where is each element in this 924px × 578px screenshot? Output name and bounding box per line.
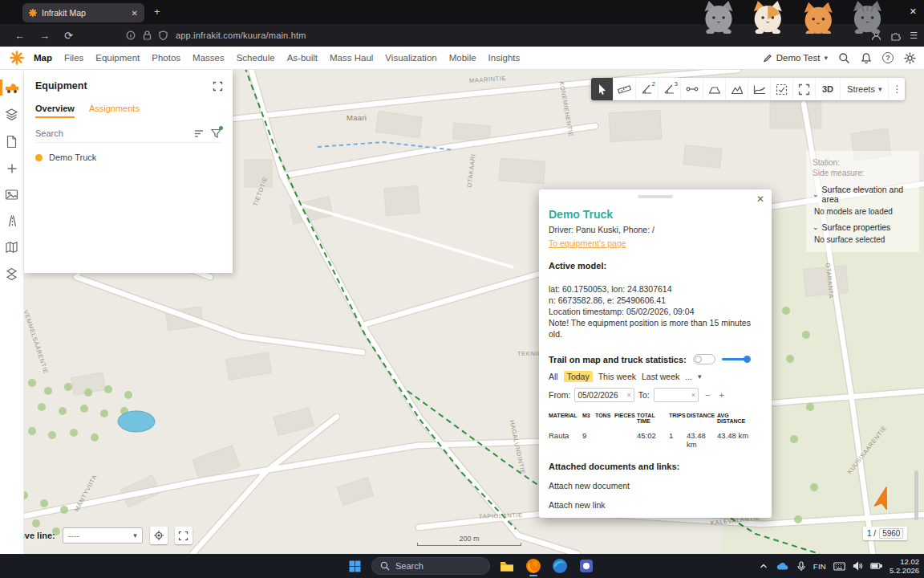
3d-view-button[interactable]: 3D — [816, 78, 841, 100]
attach-new-link-button[interactable]: Attach new link — [549, 500, 762, 510]
nav-files[interactable]: Files — [64, 53, 83, 63]
measure-3-tool[interactable]: 3 — [659, 78, 681, 100]
start-button[interactable] — [345, 556, 364, 576]
keyboard-icon[interactable] — [833, 562, 845, 571]
project-selector[interactable]: Demo Test ▾ — [763, 53, 828, 63]
equipment-search-input[interactable] — [35, 128, 188, 138]
link-nodes-tool[interactable] — [681, 78, 703, 100]
new-tab-button[interactable]: + — [154, 6, 160, 18]
range-plus-button[interactable]: + — [716, 390, 726, 400]
ruler-tool[interactable] — [614, 78, 636, 100]
filter-all[interactable]: All — [549, 372, 558, 381]
filter-more[interactable]: ... — [685, 372, 692, 381]
cursor-tool[interactable] — [591, 78, 614, 100]
chevron-down-icon[interactable]: ▾ — [698, 372, 702, 381]
browser-tab[interactable]: Infrakit Map ✕ — [22, 3, 144, 22]
scale-ratio-control: 1 / 5960 — [863, 527, 907, 540]
active-line-select[interactable]: ---- ▾ — [63, 527, 143, 543]
expand-panel-icon[interactable] — [213, 81, 223, 92]
shield-icon[interactable] — [159, 31, 168, 40]
trail-toggle[interactable] — [693, 354, 715, 364]
volume-icon[interactable] — [853, 561, 863, 571]
from-label: From: — [549, 390, 570, 400]
clear-to-icon[interactable]: × — [691, 391, 695, 399]
fullscreen-tool[interactable] — [793, 78, 816, 100]
site-favicon-icon — [29, 9, 37, 17]
filter-funnel-icon[interactable] — [211, 128, 221, 138]
cross-section-tool[interactable] — [703, 78, 726, 100]
table-cell: 43.48 km — [687, 431, 717, 449]
nav-visualization[interactable]: Visualization — [385, 53, 436, 63]
nav-mobile[interactable]: Mobile — [449, 53, 476, 63]
edge-button[interactable] — [550, 556, 569, 576]
lock-icon[interactable] — [143, 31, 152, 40]
tray-chevron-icon[interactable] — [759, 562, 768, 570]
select-area-tool[interactable] — [771, 78, 793, 100]
from-date-input[interactable] — [578, 391, 624, 400]
nav-masshaul[interactable]: Mass Haul — [330, 53, 373, 63]
equipment-list-item[interactable]: Demo Truck — [35, 153, 221, 162]
basemap-selector[interactable]: Streets▾ — [841, 78, 889, 100]
popup-drag-handle[interactable] — [638, 195, 673, 198]
help-icon[interactable]: ? — [882, 52, 894, 63]
rail-layers-button[interactable] — [0, 106, 23, 123]
nav-schedule[interactable]: Schedule — [237, 53, 275, 63]
search-icon[interactable] — [838, 52, 850, 64]
battery-icon[interactable] — [870, 562, 882, 570]
range-minus-button[interactable]: − — [703, 390, 712, 400]
equipment-page-link[interactable]: To equipment's page — [549, 238, 626, 248]
nav-map[interactable]: Map — [34, 53, 52, 63]
tab-overview[interactable]: Overview — [35, 104, 75, 118]
measure-2-tool[interactable]: 2 — [636, 78, 659, 100]
forward-button[interactable]: → — [39, 30, 50, 42]
address-url[interactable]: app.infrakit.com/kuura/main.htm — [176, 31, 306, 40]
rail-photos-button[interactable] — [0, 187, 23, 202]
trail-length-slider[interactable] — [722, 358, 749, 360]
nav-masses[interactable]: Masses — [192, 53, 225, 63]
scrollbar-thumb[interactable] — [914, 470, 918, 520]
nav-asbuilt[interactable]: As-built — [287, 53, 318, 63]
nav-photos[interactable]: Photos — [152, 53, 180, 63]
locate-button[interactable] — [150, 527, 168, 544]
file-explorer-button[interactable] — [497, 556, 517, 576]
rail-models-button[interactable] — [0, 266, 23, 283]
settings-gear-icon[interactable] — [904, 52, 916, 64]
surface-properties-section[interactable]: ⌄ Surface properties — [813, 222, 913, 232]
microphone-icon[interactable] — [796, 561, 806, 572]
surface-elevation-section[interactable]: ⌄ Surface elevation and area — [813, 185, 913, 204]
reload-button[interactable]: ⟳ — [64, 30, 73, 42]
weather-cloud-icon[interactable] — [776, 561, 789, 572]
info-icon[interactable] — [126, 31, 136, 40]
tab-assignments[interactable]: Assignments — [89, 104, 140, 118]
ratio-value-input[interactable]: 5960 — [879, 528, 903, 539]
notifications-bell-icon[interactable] — [861, 52, 872, 64]
firefox-button[interactable] — [524, 556, 543, 576]
rail-files-button[interactable] — [0, 133, 23, 150]
popup-close-button[interactable]: ✕ — [756, 193, 764, 205]
nav-insights[interactable]: Insights — [488, 53, 521, 63]
sort-icon[interactable] — [194, 129, 205, 138]
filter-this-week[interactable]: This week — [598, 372, 636, 381]
filter-today[interactable]: Today — [564, 371, 593, 382]
filter-last-week[interactable]: Last week — [642, 372, 679, 381]
slider-handle[interactable] — [744, 356, 751, 363]
chevron-down-icon: ▾ — [133, 531, 137, 539]
rail-equipment-button[interactable] — [0, 79, 23, 96]
elevation-tool[interactable] — [726, 78, 748, 100]
tab-close-icon[interactable]: ✕ — [132, 9, 138, 18]
to-date-input[interactable] — [657, 391, 689, 400]
clear-from-icon[interactable]: × — [626, 391, 630, 399]
compass-north-arrow[interactable] — [873, 485, 894, 512]
back-button[interactable]: ← — [14, 30, 25, 42]
rail-road-button[interactable] — [0, 213, 23, 229]
app-button[interactable] — [577, 556, 596, 576]
nav-equipment[interactable]: Equipment — [95, 53, 140, 63]
taskbar-clock[interactable]: 12.02 5.2.2026 — [890, 557, 919, 575]
more-menu-button[interactable]: ⋮ — [889, 78, 905, 100]
attach-new-document-button[interactable]: Attach new document — [549, 481, 762, 490]
rail-map-button[interactable] — [0, 239, 23, 255]
rail-add-button[interactable] — [0, 161, 23, 177]
taskbar-search[interactable]: Search — [371, 557, 490, 575]
zoom-extents-button[interactable] — [175, 527, 192, 544]
profile-chart-tool[interactable] — [748, 78, 771, 100]
